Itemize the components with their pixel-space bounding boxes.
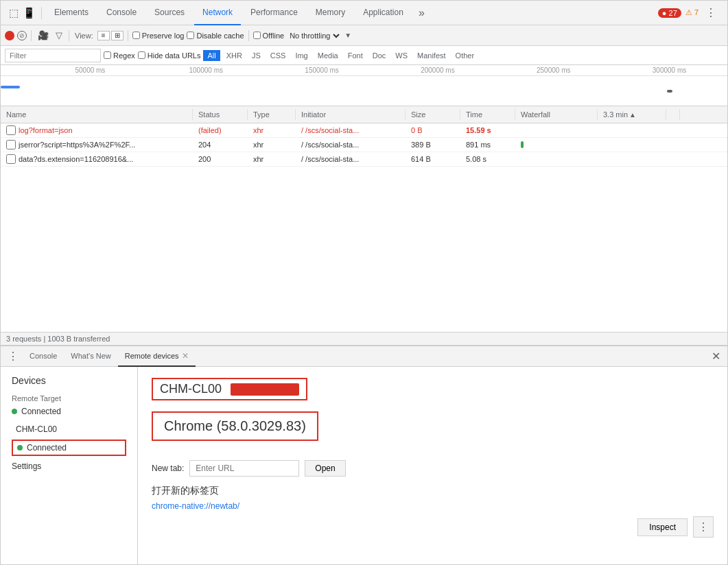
tab-memory[interactable]: Memory: [307, 1, 353, 25]
bottom-panel-close-icon[interactable]: ✕: [707, 350, 725, 363]
more-tabs-button[interactable]: »: [414, 4, 429, 22]
cell-status-2: 204: [193, 138, 248, 152]
disable-cache-label[interactable]: Disable cache: [187, 32, 244, 40]
tab-sources[interactable]: Sources: [146, 1, 193, 25]
warn-count-badge: ⚠ 7: [685, 8, 698, 17]
timeline[interactable]: 50000 ms 100000 ms 150000 ms 200000 ms 2…: [1, 65, 727, 106]
bottom-panel-dots-icon[interactable]: ⋮: [3, 350, 23, 363]
table-row[interactable]: jserror?script=https%3A%2F%2F... 204 xhr…: [1, 138, 727, 152]
header-size[interactable]: Size: [406, 109, 460, 120]
tab-console[interactable]: Console: [98, 1, 145, 25]
tab-performance[interactable]: Performance: [242, 1, 306, 25]
open-button[interactable]: Open: [305, 460, 345, 477]
header-extra: [666, 109, 680, 120]
cell-duration-2: [598, 138, 666, 152]
record-button[interactable]: [5, 31, 14, 40]
tick-1: 50000 ms: [32, 67, 148, 74]
throttle-arrow-icon: ▼: [344, 32, 351, 39]
header-status[interactable]: Status: [193, 109, 248, 120]
offline-checkbox[interactable]: [253, 32, 261, 39]
regex-checkbox[interactable]: [104, 51, 111, 59]
preserve-log-checkbox[interactable]: [132, 32, 140, 39]
remote-target-label: Remote Target: [12, 394, 126, 402]
list-view-icon[interactable]: ≡: [97, 31, 110, 40]
cell-time-3: 5.08 s: [460, 152, 515, 166]
settings-label[interactable]: Settings: [12, 461, 126, 471]
table-row[interactable]: data?ds.extension=116208916&... 200 xhr …: [1, 152, 727, 167]
inspect-row: Inspect ⋮: [152, 516, 714, 538]
open-tab-url[interactable]: chrome-native://newtab/: [152, 501, 239, 511]
cell-type-1: xhr: [248, 123, 296, 137]
type-css-button[interactable]: CSS: [267, 51, 290, 60]
throttle-select[interactable]: No throttling: [287, 31, 342, 40]
type-all-button[interactable]: All: [203, 50, 220, 61]
view-icons: ≡ ⊞: [97, 31, 124, 40]
hide-data-urls-checkbox[interactable]: [138, 51, 145, 59]
filter-input[interactable]: [5, 49, 101, 62]
filter-icon[interactable]: ▽: [54, 30, 64, 40]
type-xhr-button[interactable]: XHR: [223, 51, 246, 60]
type-other-button[interactable]: Other: [452, 51, 478, 60]
remote-devices-content: Devices Remote Target Connected CHM-CL00…: [1, 367, 727, 564]
more-options-button[interactable]: ⋮: [693, 516, 714, 538]
new-tab-row: New tab: Open: [152, 460, 714, 477]
type-manifest-button[interactable]: Manifest: [414, 51, 449, 60]
tab-elements[interactable]: Elements: [46, 1, 97, 25]
header-initiator[interactable]: Initiator: [296, 109, 406, 120]
type-js-button[interactable]: JS: [248, 51, 264, 60]
type-font-button[interactable]: Font: [344, 51, 366, 60]
header-waterfall[interactable]: Waterfall: [515, 109, 598, 120]
offline-label[interactable]: Offline: [253, 32, 285, 40]
row-checkbox-2[interactable]: [6, 140, 16, 149]
header-time[interactable]: Time: [460, 109, 515, 120]
table-row[interactable]: log?format=json (failed) xhr / /scs/soci…: [1, 123, 727, 138]
header-type[interactable]: Type: [248, 109, 296, 120]
toolbar-separator-3: [128, 30, 128, 41]
camera-icon[interactable]: 🎥: [36, 30, 51, 40]
tab-whats-new[interactable]: What's New: [64, 346, 117, 367]
device-name-item[interactable]: CHM-CL00: [12, 422, 126, 437]
cell-initiator-3: / /scs/social-sta...: [296, 152, 406, 166]
stop-button[interactable]: ⊘: [17, 31, 27, 40]
device-icon[interactable]: 📱: [23, 7, 36, 19]
device-connected-highlight[interactable]: Connected: [12, 440, 126, 456]
devices-sidebar: Devices Remote Target Connected CHM-CL00…: [1, 367, 138, 564]
tab-network[interactable]: Network: [194, 1, 241, 25]
error-count-badge: ● 27: [658, 8, 681, 18]
disable-cache-checkbox[interactable]: [187, 32, 194, 39]
tick-2: 100000 ms: [148, 67, 264, 74]
inspect-button[interactable]: Inspect: [637, 518, 688, 536]
devtools-icons: ⬚ 📱: [3, 7, 42, 19]
cell-status-1: (failed): [193, 123, 248, 137]
tree-view-icon[interactable]: ⊞: [111, 31, 124, 40]
preserve-log-label[interactable]: Preserve log: [132, 32, 185, 40]
regex-label[interactable]: Regex: [104, 51, 135, 60]
type-doc-button[interactable]: Doc: [369, 51, 390, 60]
row-checkbox-1[interactable]: [6, 125, 16, 135]
cell-extra-1: [666, 123, 680, 137]
sort-arrow-icon: ▲: [629, 111, 636, 119]
tab-close-icon[interactable]: ✕: [182, 351, 189, 361]
type-img-button[interactable]: Img: [292, 51, 311, 60]
dock-icon[interactable]: ⬚: [9, 7, 19, 19]
settings-icon[interactable]: ⋮: [703, 5, 719, 21]
tick-6: 300000 ms: [611, 67, 727, 74]
hide-data-urls-label[interactable]: Hide data URLs: [138, 51, 201, 60]
timeline-axis: 50000 ms 100000 ms 150000 ms 200000 ms 2…: [1, 65, 727, 76]
connected-status-row: Connected: [12, 407, 126, 416]
timeline-bar-1: [1, 86, 20, 88]
header-duration[interactable]: 3.3 min ▲: [598, 109, 666, 120]
cell-type-3: xhr: [248, 152, 296, 166]
cell-name-3: data?ds.extension=116208916&...: [1, 152, 193, 166]
tab-console-bottom[interactable]: Console: [23, 346, 64, 367]
row-checkbox-3[interactable]: [6, 154, 16, 164]
type-media-button[interactable]: Media: [314, 51, 342, 60]
cell-waterfall-3: [515, 152, 598, 166]
tab-remote-devices[interactable]: Remote devices ✕: [118, 346, 196, 367]
url-input[interactable]: [189, 460, 299, 477]
cell-initiator-1: / /scs/social-sta...: [296, 123, 406, 137]
header-name[interactable]: Name: [1, 109, 193, 120]
device-id-redacted: [231, 383, 299, 396]
tab-application[interactable]: Application: [355, 1, 412, 25]
type-ws-button[interactable]: WS: [392, 51, 411, 60]
